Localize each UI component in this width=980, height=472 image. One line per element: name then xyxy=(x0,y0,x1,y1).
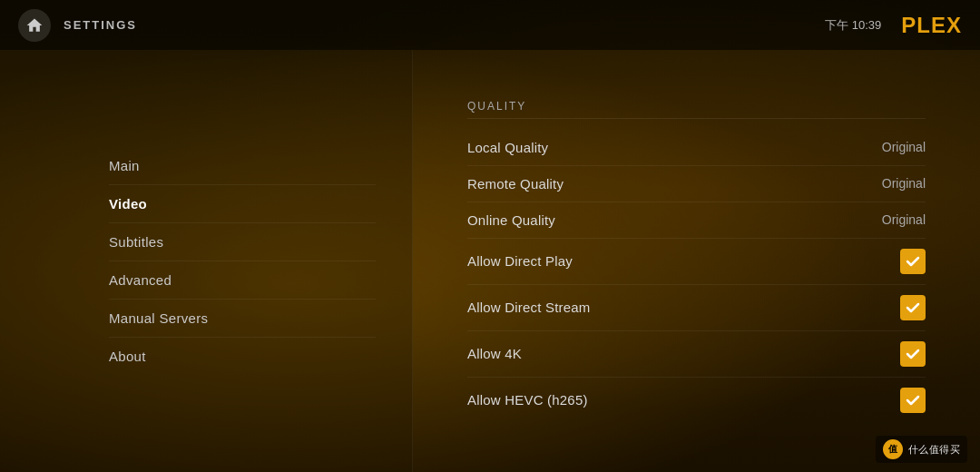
allow-hevc-checkbox[interactable] xyxy=(900,388,926,413)
header-right: 下午 10:39 PLEX xyxy=(825,13,962,38)
remote-quality-value: Original xyxy=(882,176,926,191)
remote-quality-label: Remote Quality xyxy=(467,176,564,192)
settings-title: SETTINGS xyxy=(64,18,137,32)
allow-4k-label: Allow 4K xyxy=(467,346,522,361)
sidebar-item-about[interactable]: About xyxy=(109,338,376,375)
right-panel: Quality Local Quality Original Remote Qu… xyxy=(413,50,980,472)
header: SETTINGS 下午 10:39 PLEX xyxy=(0,0,980,50)
row-allow-4k[interactable]: Allow 4K xyxy=(467,331,926,378)
allow-hevc-label: Allow HEVC (h265) xyxy=(467,392,588,408)
row-local-quality[interactable]: Local Quality Original xyxy=(467,130,926,166)
row-allow-hevc[interactable]: Allow HEVC (h265) xyxy=(467,378,926,423)
checkmark-icon xyxy=(906,393,920,408)
sidebar-item-subtitles[interactable]: Subtitles xyxy=(109,223,376,261)
sidebar: Main Video Subtitles Advanced Manual Ser… xyxy=(0,50,413,472)
checkmark-icon xyxy=(906,300,920,315)
allow-direct-stream-checkbox[interactable] xyxy=(900,295,926,320)
checkmark-icon xyxy=(906,347,920,361)
checkmark-icon xyxy=(906,254,920,269)
home-icon xyxy=(25,16,44,34)
sidebar-item-video[interactable]: Video xyxy=(109,185,376,223)
online-quality-label: Online Quality xyxy=(467,212,555,228)
row-remote-quality[interactable]: Remote Quality Original xyxy=(467,166,926,202)
time-display: 下午 10:39 xyxy=(825,17,881,34)
row-online-quality[interactable]: Online Quality Original xyxy=(467,202,926,239)
sidebar-item-manual-servers[interactable]: Manual Servers xyxy=(109,300,376,338)
plex-logo: PLEX xyxy=(901,13,962,38)
row-allow-direct-play[interactable]: Allow Direct Play xyxy=(467,239,926,285)
watermark: 值 什么值得买 xyxy=(876,436,968,463)
online-quality-value: Original xyxy=(882,212,926,227)
row-allow-direct-stream[interactable]: Allow Direct Stream xyxy=(467,285,926,331)
local-quality-label: Local Quality xyxy=(467,140,548,155)
main-content: Main Video Subtitles Advanced Manual Ser… xyxy=(0,50,980,472)
local-quality-value: Original xyxy=(882,140,926,154)
allow-direct-play-label: Allow Direct Play xyxy=(467,253,573,269)
watermark-label: 什么值得买 xyxy=(908,443,961,457)
sidebar-item-advanced[interactable]: Advanced xyxy=(109,261,376,300)
allow-direct-play-checkbox[interactable] xyxy=(900,249,926,274)
allow-4k-checkbox[interactable] xyxy=(900,341,926,367)
allow-direct-stream-label: Allow Direct Stream xyxy=(467,300,591,315)
header-left: SETTINGS xyxy=(18,9,137,42)
section-label: Quality xyxy=(467,100,926,119)
home-button[interactable] xyxy=(18,9,51,42)
watermark-icon: 值 xyxy=(883,439,903,459)
sidebar-item-main[interactable]: Main xyxy=(109,147,376,185)
